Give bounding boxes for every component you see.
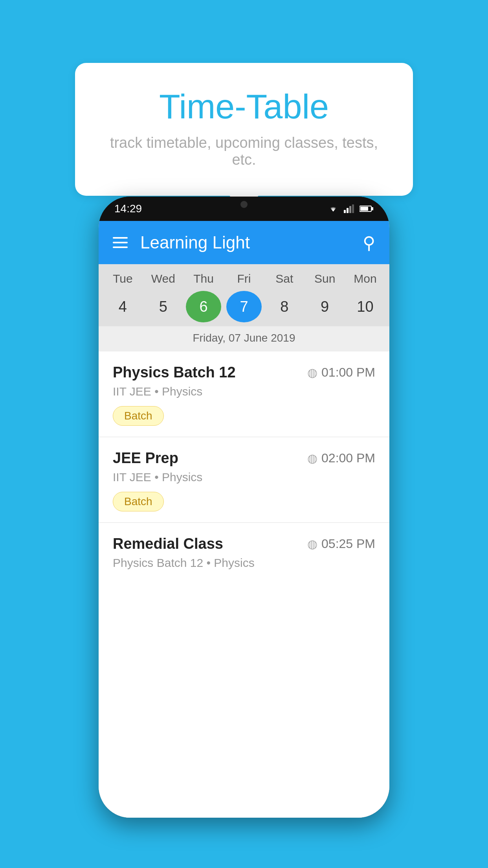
clock-icon-0: ◍: [307, 366, 317, 379]
day-name-4[interactable]: Sat: [267, 272, 302, 285]
phone-notch: [216, 197, 272, 212]
status-bar: 14:29: [99, 197, 389, 221]
calendar-header: Tue Wed Thu Fri Sat Sun Mon 4 5 6 7 8 9 …: [99, 264, 389, 326]
battery-icon: [360, 205, 374, 212]
schedule-item-top-0: Physics Batch 12 ◍ 01:00 PM: [113, 364, 375, 381]
wifi-icon: [327, 204, 339, 213]
clock-icon-1: ◍: [307, 451, 317, 465]
day-names-row: Tue Wed Thu Fri Sat Sun Mon: [99, 272, 389, 285]
day-num-0[interactable]: 4: [105, 291, 140, 322]
speech-bubble-card: Time-Table track timetable, upcoming cla…: [75, 63, 413, 196]
schedule-item-1[interactable]: JEE Prep ◍ 02:00 PM IIT JEE • Physics Ba…: [99, 437, 389, 523]
day-num-6[interactable]: 10: [347, 291, 383, 322]
camera-dot: [240, 201, 248, 208]
search-icon[interactable]: ⚲: [363, 233, 375, 253]
svg-rect-1: [347, 208, 349, 213]
schedule-title-2: Remedial Class: [113, 535, 223, 552]
bubble-title: Time-Table: [106, 86, 382, 127]
bubble-subtitle: track timetable, upcoming classes, tests…: [106, 134, 382, 168]
svg-rect-2: [349, 206, 351, 213]
clock-icon-2: ◍: [307, 537, 317, 551]
svg-rect-0: [344, 210, 346, 213]
schedule-list[interactable]: Physics Batch 12 ◍ 01:00 PM IIT JEE • Ph…: [99, 351, 389, 818]
schedule-sub-1: IIT JEE • Physics: [113, 471, 375, 484]
schedule-title-0: Physics Batch 12: [113, 364, 236, 381]
svg-rect-5: [360, 207, 368, 211]
day-name-1[interactable]: Wed: [145, 272, 181, 285]
status-time: 14:29: [114, 202, 142, 215]
schedule-time-1: ◍ 02:00 PM: [307, 451, 375, 465]
day-name-0[interactable]: Tue: [105, 272, 140, 285]
day-name-2[interactable]: Thu: [186, 272, 221, 285]
schedule-sub-2: Physics Batch 12 • Physics: [113, 556, 375, 570]
phone-screen: Learning Light ⚲ Tue Wed Thu Fri Sat Sun…: [99, 221, 389, 818]
schedule-item-2[interactable]: Remedial Class ◍ 05:25 PM Physics Batch …: [99, 523, 389, 581]
schedule-time-2: ◍ 05:25 PM: [307, 537, 375, 551]
signal-icon: [344, 204, 355, 213]
schedule-item-top-1: JEE Prep ◍ 02:00 PM: [113, 450, 375, 467]
day-name-3[interactable]: Fri: [226, 272, 262, 285]
day-numbers-row: 4 5 6 7 8 9 10: [99, 291, 389, 322]
day-num-2[interactable]: 6: [186, 291, 221, 322]
day-num-5[interactable]: 9: [307, 291, 343, 322]
schedule-badge-1: Batch: [113, 492, 164, 511]
day-name-6[interactable]: Mon: [347, 272, 383, 285]
phone-frame: 14:29: [99, 197, 389, 818]
selected-date-label: Friday, 07 June 2019: [99, 326, 389, 351]
svg-rect-6: [372, 207, 373, 210]
schedule-title-1: JEE Prep: [113, 450, 178, 467]
app-bar: Learning Light ⚲: [99, 221, 389, 264]
schedule-item-0[interactable]: Physics Batch 12 ◍ 01:00 PM IIT JEE • Ph…: [99, 351, 389, 437]
app-title: Learning Light: [140, 233, 363, 252]
status-icons: [327, 204, 374, 213]
schedule-time-0: ◍ 01:00 PM: [307, 365, 375, 380]
day-name-5[interactable]: Sun: [307, 272, 343, 285]
menu-button[interactable]: [113, 237, 128, 248]
schedule-sub-0: IIT JEE • Physics: [113, 385, 375, 398]
day-num-3[interactable]: 7: [226, 291, 262, 322]
day-num-1[interactable]: 5: [145, 291, 181, 322]
schedule-item-top-2: Remedial Class ◍ 05:25 PM: [113, 535, 375, 552]
svg-rect-3: [352, 204, 354, 213]
day-num-4[interactable]: 8: [267, 291, 302, 322]
schedule-badge-0: Batch: [113, 406, 164, 426]
